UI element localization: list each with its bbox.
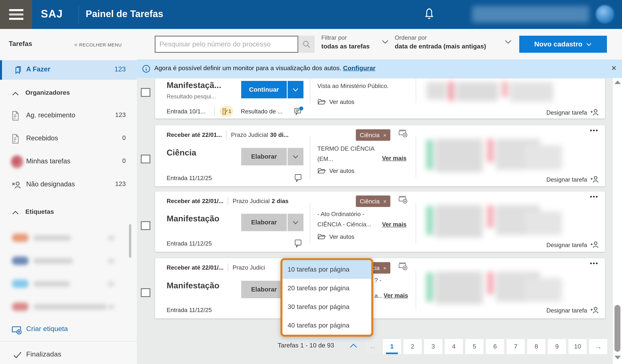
ver-mais-link[interactable]: Ver mais [382, 221, 407, 228]
tag-ciencia[interactable]: Ciência × [356, 129, 390, 141]
ver-autos-link[interactable]: Ver autos [317, 233, 354, 240]
top-header-bar: SAJ Painel de Tarefas [0, 0, 622, 29]
page-size-option-40[interactable]: 40 tarefas por página [282, 316, 371, 335]
banner-configure-link[interactable]: Configurar [343, 65, 376, 71]
card-menu-button[interactable]: ••• [590, 193, 599, 200]
hamburger-menu-button[interactable] [0, 0, 32, 29]
new-register-button[interactable]: Novo cadastro [519, 36, 607, 53]
pagination-page-6[interactable]: 6 [486, 339, 504, 354]
search-input[interactable] [155, 36, 298, 53]
app-logo: SAJ [41, 8, 63, 20]
pagination-page-9[interactable]: 9 [548, 339, 566, 354]
pagination-page-4[interactable]: 4 [445, 339, 463, 354]
continue-dropdown-arrow[interactable] [288, 81, 303, 98]
pagination-page-7[interactable]: 7 [506, 339, 525, 354]
card-divider [310, 136, 310, 178]
label-item-blurred[interactable] [0, 272, 131, 295]
pagination-page-5[interactable]: 5 [465, 339, 484, 354]
create-label-button[interactable]: Criar etiqueta [0, 322, 137, 338]
label-item-blurred[interactable] [0, 295, 131, 319]
pagination-page-10[interactable]: 10 [568, 339, 587, 354]
ver-autos-link[interactable]: Ver autos [317, 98, 354, 105]
process-info-blurred [426, 136, 564, 176]
pagination-page-1[interactable]: 1 [383, 339, 401, 354]
elaborate-button[interactable]: Elaborar [241, 148, 287, 165]
card-menu-button[interactable]: ••• [590, 260, 599, 267]
continue-button[interactable]: Continuar [241, 81, 287, 98]
label-item-blurred[interactable] [0, 226, 131, 249]
sidebar-item-nao-designadas[interactable]: Não designadas 123 [0, 174, 137, 197]
sidebar-section-organizadores[interactable]: Organizadores [0, 86, 137, 101]
pagination-page-3[interactable]: 3 [424, 339, 442, 354]
continue-split-button: Continuar [241, 81, 303, 98]
vertical-scrollbar[interactable] [613, 78, 622, 364]
tag-remove-icon[interactable]: × [383, 198, 386, 204]
scrollbar-down-arrow[interactable] [615, 356, 621, 359]
chevron-up-icon[interactable] [350, 343, 357, 348]
unassigned-person-icon [11, 179, 22, 190]
task-title: Manifestaçã... [167, 80, 221, 90]
sidebar-item-a-fazer[interactable]: A Fazer 123 [0, 60, 137, 80]
page-size-option-10[interactable]: 10 tarefas por página [282, 260, 371, 279]
search-button[interactable] [298, 36, 315, 53]
receive-until: Receber até 22/01/... [167, 197, 224, 204]
card-divider [310, 78, 310, 103]
elaborate-button[interactable]: Elaborar [241, 214, 287, 231]
tag-remove-icon[interactable]: × [383, 132, 386, 138]
sidebar-item-finalizadas[interactable]: Finalizadas [0, 346, 137, 364]
receive-until: Receber até 22/01/... [167, 264, 224, 271]
sidebar-section-etiquetas[interactable]: Etiquetas [0, 205, 137, 220]
pagination-prev-button[interactable]: ← [366, 339, 380, 354]
card-menu-button[interactable]: ••• [590, 127, 599, 134]
task-description-line1: TERMO DE CIÊNCIA [317, 145, 415, 152]
task-checkbox[interactable] [141, 221, 150, 230]
sidebar-scrollbar-thumb[interactable] [129, 224, 131, 258]
task-checkbox[interactable] [141, 155, 150, 163]
ver-mais-link[interactable]: Ver mais [382, 155, 407, 161]
pagination-page-2[interactable]: 2 [403, 339, 422, 354]
filter-dropdown[interactable]: Filtrar por todas as tarefas [321, 34, 391, 50]
elaborate-dropdown-arrow[interactable] [288, 214, 303, 231]
label-item-blurred[interactable] [0, 249, 131, 272]
add-tag-icon[interactable] [398, 128, 408, 138]
task-checkbox[interactable] [141, 88, 150, 97]
comment-icon[interactable] [293, 238, 303, 249]
tag-ciencia[interactable]: Ciência × [356, 195, 390, 207]
tag-remove-icon[interactable]: × [383, 265, 386, 271]
add-tag-icon[interactable] [398, 261, 408, 271]
comment-icon-with-notification[interactable] [293, 106, 304, 116]
badge-label: Resultado de ... [241, 108, 283, 115]
scrollbar-thumb[interactable] [615, 305, 621, 352]
elaborate-button[interactable]: Elaborar [241, 281, 287, 298]
banner-text: Agora é possível definir um monitor para… [154, 65, 341, 71]
sidebar-item-ag-recebimento[interactable]: Ag. recebimento 123 [0, 105, 137, 128]
comment-icon[interactable] [293, 173, 303, 183]
task-title: Manifestação [167, 214, 219, 223]
document-count-badge[interactable]: 1 [220, 106, 233, 117]
page-size-option-30[interactable]: 30 tarefas por página [282, 297, 371, 316]
sidebar-item-recebidos[interactable]: Recebidos 0 [0, 128, 137, 151]
task-description-line2: CIÊNCIA - Ciência... [317, 221, 381, 228]
double-chevron-left-icon: « [74, 41, 78, 48]
assign-task-link[interactable]: Designar tarefa [546, 240, 600, 249]
elaborate-dropdown-arrow[interactable] [288, 148, 303, 165]
notification-bell-icon[interactable] [423, 8, 436, 21]
assign-task-link[interactable]: Designar tarefa [546, 108, 600, 117]
pagination-next-button[interactable]: → [589, 339, 607, 354]
sort-dropdown[interactable]: Ordenar por data de entrada (mais antiga… [395, 34, 514, 50]
collapse-menu-button[interactable]: «RECOLHER MENU [74, 41, 122, 48]
avatar[interactable] [596, 5, 614, 23]
assign-task-link[interactable]: Designar tarefa [546, 306, 600, 314]
pagination-page-8[interactable]: 8 [527, 339, 545, 354]
task-checkbox[interactable] [141, 288, 150, 297]
ver-mais-link[interactable]: Ver mais [384, 292, 408, 299]
assign-task-link[interactable]: Designar tarefa [546, 175, 600, 184]
scrollbar-up-arrow[interactable] [615, 80, 621, 84]
task-description: Vista ao Ministério Público. [317, 82, 415, 89]
add-tag-icon[interactable] [398, 195, 408, 204]
close-icon[interactable]: × [611, 63, 617, 73]
page-size-option-20[interactable]: 20 tarefas por página [282, 279, 371, 297]
ver-autos-link[interactable]: Ver autos [317, 167, 354, 174]
sidebar-item-minhas-tarefas[interactable]: Minhas tarefas 0 [0, 151, 137, 174]
task-title: Ciência [167, 148, 196, 157]
